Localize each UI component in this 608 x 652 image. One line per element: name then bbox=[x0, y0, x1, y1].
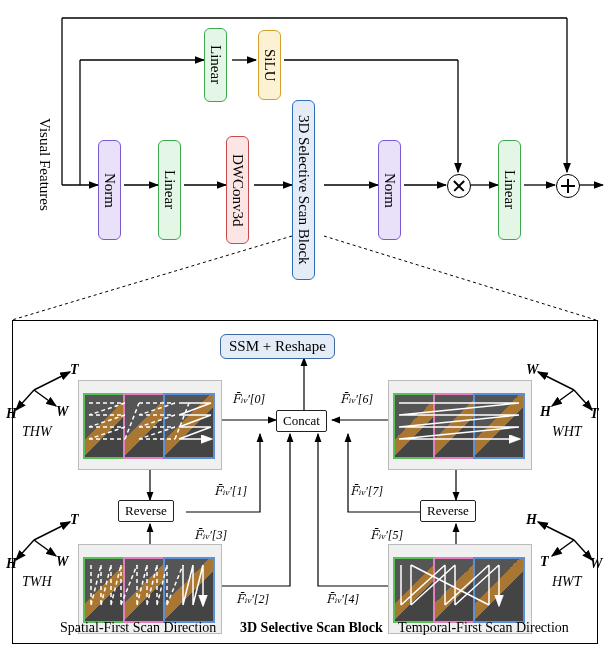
tl-order: THW bbox=[22, 424, 52, 440]
svg-line-17 bbox=[12, 236, 292, 320]
tl-T: T bbox=[70, 362, 79, 378]
tr-T: T bbox=[590, 406, 599, 422]
concat: Concat bbox=[276, 410, 327, 432]
temporal-caption: Temporal-First Scan Direction bbox=[398, 620, 569, 636]
bl-W: W bbox=[56, 554, 68, 570]
ssm-reshape: SSM + Reshape bbox=[220, 334, 335, 359]
norm-2: Norm bbox=[378, 140, 401, 240]
f1: F̄ᵢᵥ′[1] bbox=[214, 484, 247, 499]
bl-T: T bbox=[70, 512, 79, 528]
tl-H: H bbox=[6, 406, 17, 422]
reverse-right: Reverse bbox=[420, 500, 476, 522]
f5: F̄ᵢᵥ′[5] bbox=[370, 528, 403, 543]
br-order: HWT bbox=[552, 574, 582, 590]
f2: F̄ᵢᵥ′[2] bbox=[236, 592, 269, 607]
norm-1: Norm bbox=[98, 140, 121, 240]
silu: SiLU bbox=[258, 30, 281, 100]
tr-W: W bbox=[526, 362, 538, 378]
f0: F̄ᵢᵥ′[0] bbox=[232, 392, 265, 407]
title-caption: 3D Selective Scan Block bbox=[240, 620, 383, 636]
spatial-caption: Spatial-First Scan Direction bbox=[60, 620, 216, 636]
linear-1: Linear bbox=[158, 140, 181, 240]
br-W: W bbox=[590, 556, 602, 572]
panel-thw bbox=[78, 380, 222, 470]
linear-out: Linear bbox=[498, 140, 521, 240]
f6: F̄ᵢᵥ′[6] bbox=[340, 392, 373, 407]
scan3d-block: 3D Selective Scan Block bbox=[292, 100, 315, 280]
tr-order: WHT bbox=[552, 424, 582, 440]
br-H: H bbox=[526, 512, 537, 528]
f7: F̄ᵢᵥ′[7] bbox=[350, 484, 383, 499]
dwconv3d: DWConv3d bbox=[226, 136, 249, 244]
linear-gate: Linear bbox=[204, 28, 227, 102]
panel-wht bbox=[388, 380, 532, 470]
tl-W: W bbox=[56, 404, 68, 420]
multiply-icon bbox=[447, 174, 471, 198]
input-label: Visual Features bbox=[36, 118, 53, 211]
f3: F̄ᵢᵥ′[3] bbox=[194, 528, 227, 543]
bl-H: H bbox=[6, 556, 17, 572]
add-icon bbox=[556, 174, 580, 198]
f4: F̄ᵢᵥ′[4] bbox=[326, 592, 359, 607]
tr-H: H bbox=[540, 404, 551, 420]
bl-order: TWH bbox=[22, 574, 52, 590]
br-T: T bbox=[540, 554, 549, 570]
reverse-left: Reverse bbox=[118, 500, 174, 522]
svg-line-18 bbox=[324, 236, 596, 320]
